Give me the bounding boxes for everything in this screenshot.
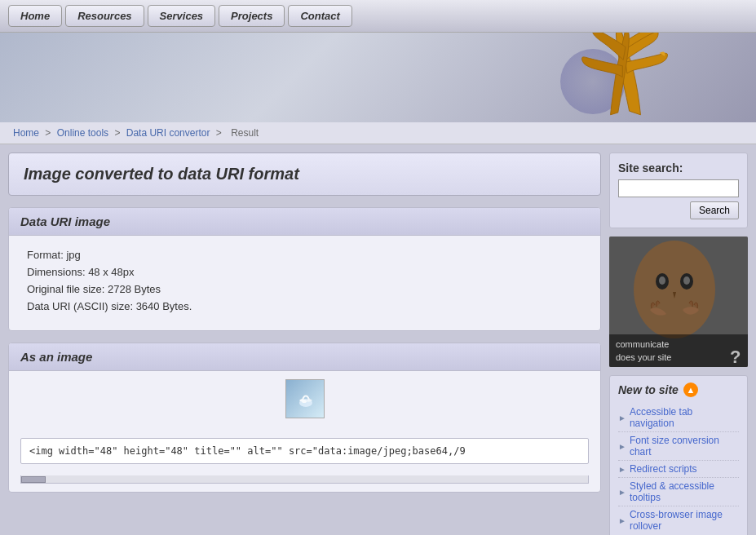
bullet-icon-4: ►: [618, 516, 626, 525]
filesize-line: Original file size: 2728 Bytes: [27, 283, 582, 295]
data-uri-header: Data URI image: [9, 208, 600, 236]
top-nav: Home Resources Services Projects Contact: [0, 0, 756, 33]
search-label: Site search:: [618, 161, 739, 175]
search-box: Site search: Search: [609, 153, 748, 228]
image-preview-area: [9, 371, 600, 431]
new-to-site-arrow-icon: ▲: [683, 382, 698, 397]
code-content: <img width="48" height="48" title="" alt…: [29, 445, 466, 457]
list-item: ► Redirect scripts: [618, 461, 739, 478]
code-display[interactable]: <img width="48" height="48" title="" alt…: [20, 438, 589, 464]
list-item: ► Cross-browser image rollover: [618, 506, 739, 534]
new-item-link-1[interactable]: ► Font size conversion chart: [618, 435, 739, 458]
content-area: Image converted to data URI format Data …: [8, 153, 601, 535]
svg-text:communicate: communicate: [616, 339, 669, 349]
image-thumbnail: [285, 379, 325, 418]
search-input[interactable]: [618, 179, 739, 197]
page-title-box: Image converted to data URI format: [8, 153, 601, 196]
format-label: Format: jpg: [27, 249, 81, 261]
scrollbar-thumb[interactable]: [21, 476, 46, 483]
as-image-section: As an image: [8, 343, 601, 493]
bullet-icon-0: ►: [618, 413, 626, 422]
image-thumb-svg: [286, 380, 325, 418]
nav-resources-button[interactable]: Resources: [65, 5, 144, 27]
new-to-site-title: New to site ▲: [618, 382, 739, 397]
breadcrumb-home[interactable]: Home: [13, 127, 39, 139]
ad-image: communicate does your site ?: [609, 237, 748, 367]
svg-text:?: ?: [730, 347, 741, 367]
breadcrumb-sep-2: >: [114, 127, 122, 139]
list-item: ► Font size conversion chart: [618, 432, 739, 461]
as-image-header: As an image: [9, 343, 600, 371]
search-button[interactable]: Search: [690, 201, 739, 219]
breadcrumb: Home > Online tools > Data URI convertor…: [0, 122, 756, 144]
sidebar: Site search: Search: [609, 153, 748, 535]
ascii-line: Data URI (ASCII) size: 3640 Bytes.: [27, 300, 582, 312]
nav-home-button[interactable]: Home: [8, 5, 62, 27]
breadcrumb-sep-3: >: [216, 127, 224, 139]
dimensions-line: Dimensions: 48 x 48px: [27, 266, 582, 278]
format-line: Format: jpg: [27, 249, 582, 261]
new-to-site-list: ► Accessible tab navigation ► Font size …: [618, 404, 739, 534]
breadcrumb-data-uri[interactable]: Data URI convertor: [126, 127, 210, 139]
antler-icon: [544, 33, 707, 122]
page-title: Image converted to data URI format: [24, 165, 586, 183]
new-to-site-label: New to site: [618, 383, 679, 396]
data-uri-section: Data URI image Format: jpg Dimensions: 4…: [8, 207, 601, 331]
svg-text:does your site: does your site: [616, 352, 671, 362]
svg-point-5: [634, 241, 715, 338]
new-item-link-2[interactable]: ► Redirect scripts: [618, 463, 739, 475]
ad-banner: communicate does your site ?: [609, 237, 748, 367]
new-item-link-0[interactable]: ► Accessible tab navigation: [618, 406, 739, 429]
data-uri-content: Format: jpg Dimensions: 48 x 48px Origin…: [9, 236, 600, 330]
list-item: ► Accessible tab navigation: [618, 404, 739, 432]
header-banner: [0, 33, 756, 122]
svg-point-9: [683, 276, 690, 285]
list-item: ► Styled & accessible tooltips: [618, 478, 739, 506]
main-layout: Image converted to data URI format Data …: [0, 144, 756, 535]
new-item-link-3[interactable]: ► Styled & accessible tooltips: [618, 480, 739, 503]
breadcrumb-result: Result: [231, 127, 259, 139]
bullet-icon-3: ►: [618, 488, 626, 497]
svg-point-8: [659, 276, 665, 285]
new-item-link-4[interactable]: ► Cross-browser image rollover: [618, 509, 739, 532]
breadcrumb-sep-1: >: [45, 127, 53, 139]
nav-services-button[interactable]: Services: [148, 5, 216, 27]
code-scrollbar[interactable]: [20, 475, 589, 484]
new-to-site-box: New to site ▲ ► Accessible tab navigatio…: [609, 375, 748, 535]
bullet-icon-1: ►: [618, 442, 626, 451]
nav-contact-button[interactable]: Contact: [288, 5, 351, 27]
nav-projects-button[interactable]: Projects: [219, 5, 285, 27]
breadcrumb-online-tools[interactable]: Online tools: [57, 127, 108, 139]
bullet-icon-2: ►: [618, 465, 626, 474]
